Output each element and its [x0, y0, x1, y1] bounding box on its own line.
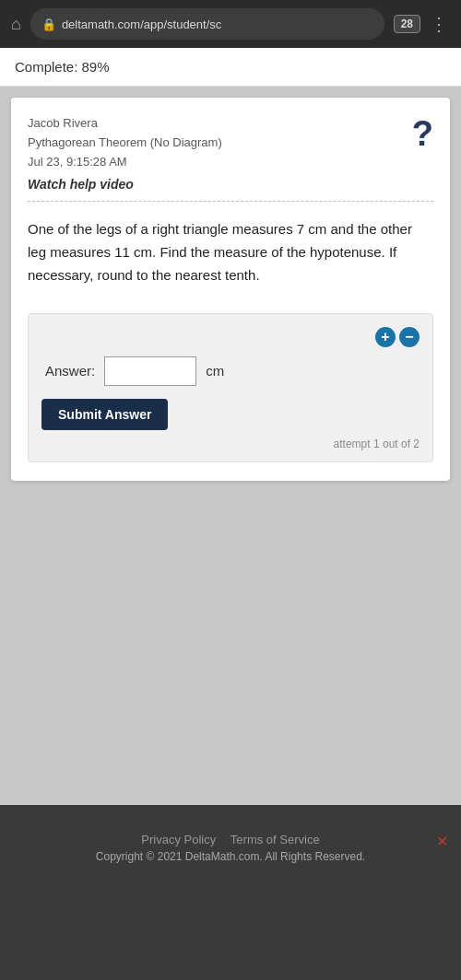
answer-row: Answer: cm [45, 356, 420, 386]
address-bar[interactable]: 🔒 deltamath.com/app/student/sc [30, 8, 384, 40]
complete-bar: Complete: 89% [0, 48, 461, 87]
copyright-text: Copyright © 2021 DeltaMath.com. All Righ… [0, 850, 461, 863]
help-question-icon: ? [412, 116, 433, 151]
close-footer-icon[interactable]: ✕ [436, 833, 448, 850]
terms-of-service-link[interactable]: Terms of Service [230, 833, 320, 846]
footer: Privacy Policy Terms of Service ✕ Copyri… [0, 805, 461, 876]
problem-card: Jacob Rivera Pythagorean Theorem (No Dia… [11, 98, 450, 481]
main-content: Jacob Rivera Pythagorean Theorem (No Dia… [0, 87, 461, 805]
tab-count-badge[interactable]: 28 [394, 15, 420, 33]
divider [28, 201, 433, 202]
topic-name: Pythagorean Theorem (No Diagram) [28, 134, 222, 153]
unit-label: cm [206, 363, 224, 379]
more-menu-icon[interactable]: ⋮ [430, 13, 450, 35]
problem-text: One of the legs of a right triangle meas… [28, 218, 433, 286]
student-name: Jacob Rivera [28, 114, 222, 134]
zoom-in-button[interactable]: + [375, 327, 396, 347]
browser-bar: ⌂ 🔒 deltamath.com/app/student/sc 28 ⋮ [0, 0, 461, 48]
complete-text: Complete: 89% [15, 59, 110, 75]
watch-help-link[interactable]: Watch help video [28, 177, 433, 192]
card-meta: Jacob Rivera Pythagorean Theorem (No Dia… [28, 114, 222, 171]
answer-input[interactable] [104, 356, 196, 386]
lock-icon: 🔒 [41, 18, 56, 31]
submit-answer-button[interactable]: Submit Answer [41, 399, 168, 430]
home-icon[interactable]: ⌂ [11, 15, 21, 34]
zoom-out-button[interactable]: − [399, 327, 420, 347]
footer-links-row: Privacy Policy Terms of Service ✕ [0, 833, 461, 850]
answer-label: Answer: [45, 363, 95, 379]
zoom-controls: + − [41, 327, 420, 347]
privacy-policy-link[interactable]: Privacy Policy [141, 833, 216, 846]
address-text: deltamath.com/app/student/sc [62, 18, 221, 31]
attempt-count: attempt 1 out of 2 [41, 438, 420, 450]
footer-links: Privacy Policy Terms of Service [141, 833, 319, 846]
date-time: Jul 23, 9:15:28 AM [28, 153, 222, 172]
answer-section: + − Answer: cm Submit Answer attempt 1 o… [28, 313, 433, 462]
card-header: Jacob Rivera Pythagorean Theorem (No Dia… [28, 114, 433, 171]
